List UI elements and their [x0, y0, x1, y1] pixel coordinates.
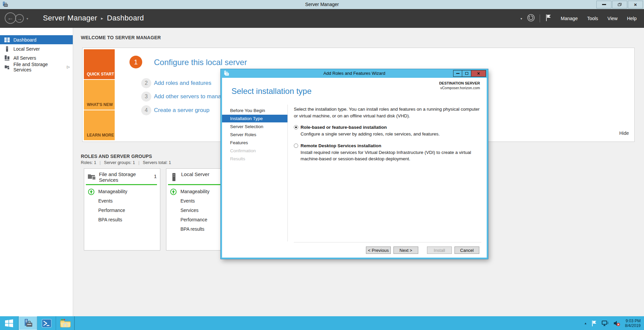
sidebar-item-dashboard[interactable]: Dashboard [0, 35, 73, 44]
next-button[interactable]: Next > [393, 246, 418, 254]
step-1-badge: 1 [129, 56, 142, 68]
hide-welcome-button[interactable]: Hide [619, 130, 629, 136]
roles-section-heading: ROLES AND SERVER GROUPS [81, 154, 152, 159]
wizard-step-server-selection[interactable]: Server Selection [222, 123, 287, 130]
radio-button-icon[interactable] [294, 144, 298, 148]
tile-item-bpa-results[interactable]: BPA results [84, 215, 160, 224]
wizard-step-label: Installation Type [230, 116, 263, 121]
option-label[interactable]: Role-based or feature-based installation [301, 125, 387, 130]
minimize-button[interactable] [596, 1, 611, 8]
wizard-step-before-you-begin[interactable]: Before You Begin [222, 107, 287, 114]
previous-button[interactable]: < Previous [366, 246, 391, 254]
tile-header: File and Storage Services 1 [88, 171, 157, 183]
window-controls: × [596, 1, 643, 8]
close-button[interactable]: × [628, 1, 643, 8]
tile-title-link[interactable]: Local Server [181, 171, 225, 183]
refresh-button[interactable] [527, 14, 535, 23]
wizard-buttons: < Previous Next > Install Cancel [363, 246, 479, 254]
link-configure-local-server[interactable]: Configure this local server [154, 58, 247, 67]
sidebar-item-label: Dashboard [13, 37, 37, 43]
system-tray: ▲ 9:03 PM 8/4/2019 [580, 316, 641, 330]
network-icon [601, 320, 609, 326]
menu-manage[interactable]: Manage [561, 16, 578, 21]
tab-learn-more[interactable]: LEARN MORE [84, 110, 115, 140]
wizard-maximize-button[interactable] [462, 70, 471, 77]
navbar-divider [540, 14, 540, 22]
link-add-roles-features[interactable]: Add roles and features [154, 80, 211, 87]
spacer [170, 217, 177, 223]
link-add-other-servers[interactable]: Add other servers to manage [154, 93, 227, 100]
wizard-intro-text: Select the installation type. You can in… [294, 106, 480, 119]
tile-title-link[interactable]: File and Storage Services [99, 171, 143, 183]
link-create-server-group[interactable]: Create a server group [154, 107, 209, 114]
destination-server-name: vComposer.horizon.com [439, 86, 480, 90]
radio-role-based[interactable]: Role-based or feature-based installation [294, 125, 480, 130]
option-description: Configure a single server by adding role… [301, 131, 480, 138]
tray-flag-button[interactable] [591, 320, 597, 327]
tile-item-performance[interactable]: Performance [84, 206, 160, 215]
taskbar-file-explorer-button[interactable] [56, 316, 75, 330]
tile-item-events[interactable]: Events [84, 196, 160, 206]
tray-volume-muted-button[interactable] [613, 320, 620, 326]
sidebar-item-file-storage-services[interactable]: File and Storage Services ▷ [0, 62, 73, 71]
history-dropdown[interactable]: ▾ [26, 17, 28, 20]
tile-item-manageability[interactable]: Manageability [84, 187, 160, 196]
wizard-step-label: Results [230, 156, 245, 161]
option-label[interactable]: Remote Desktop Services installation [301, 143, 381, 148]
tray-network-button[interactable] [601, 320, 609, 326]
step-number: 3 [145, 94, 148, 100]
close-icon: × [634, 2, 637, 7]
taskbar-server-manager-button[interactable] [19, 316, 37, 330]
step-number: 1 [134, 58, 138, 66]
spacer [170, 226, 177, 232]
menu-tools[interactable]: Tools [587, 16, 598, 21]
menu-help[interactable]: Help [627, 16, 637, 21]
radio-remote-desktop[interactable]: Remote Desktop Services installation [294, 143, 480, 148]
forward-button[interactable]: → [15, 14, 24, 23]
tile-item-label: Events [98, 198, 113, 204]
wizard-close-button[interactable]: × [471, 70, 486, 77]
tile-item-label: Performance [98, 208, 125, 213]
flag-notifications-button[interactable] [545, 14, 551, 23]
wizard-minimize-button[interactable] [453, 70, 462, 77]
destination-server-label: DESTINATION SERVER [439, 81, 480, 85]
breadcrumb-root[interactable]: Server Manager [43, 14, 97, 22]
notifications-dropdown[interactable]: ▾ [521, 17, 522, 20]
clock-time: 9:03 PM [625, 319, 641, 323]
tab-whats-new[interactable]: WHAT'S NEW [84, 80, 115, 110]
spacer [88, 217, 95, 223]
tray-expand-button[interactable]: ▲ [584, 322, 587, 325]
stat-servers-total: Servers total: 1 [143, 160, 171, 165]
sidebar-item-label: Local Server [13, 46, 40, 52]
navigation-bar: ← → ▾ Server Manager▸Dashboard ▾ Manage … [0, 9, 644, 28]
wizard-step-results: Results [222, 155, 287, 163]
wizard-step-server-roles[interactable]: Server Roles [222, 131, 287, 139]
welcome-section-heading: WELCOME TO SERVER MANAGER [81, 35, 161, 40]
back-button[interactable]: ← [5, 12, 16, 24]
tile-count: 1 [154, 171, 157, 183]
wizard-titlebar[interactable]: Add Roles and Features Wizard × [221, 69, 488, 78]
breadcrumb-page[interactable]: Dashboard [107, 14, 144, 22]
sidebar-item-local-server[interactable]: Local Server [0, 44, 73, 53]
stat-server-groups: Server groups: 1 [104, 160, 135, 165]
taskbar-clock[interactable]: 9:03 PM 8/4/2019 [625, 319, 641, 328]
cancel-button[interactable]: Cancel [454, 246, 479, 254]
tile-file-storage-services: File and Storage Services 1 Manageabilit… [84, 168, 160, 251]
tile-item-label: Events [180, 198, 195, 204]
start-button[interactable] [0, 316, 18, 330]
tab-quick-start[interactable]: QUICK START [84, 49, 115, 79]
os-titlebar: Server Manager × [0, 0, 644, 9]
taskbar-powershell-button[interactable] [38, 316, 56, 330]
menu-view[interactable]: View [607, 16, 618, 21]
tab-label: WHAT'S NEW [87, 102, 113, 107]
radio-button-icon[interactable] [294, 125, 298, 129]
wizard-step-features[interactable]: Features [222, 139, 287, 147]
sidebar-item-all-servers[interactable]: All Servers [0, 53, 73, 62]
restore-button[interactable] [612, 1, 627, 8]
maximize-icon [465, 72, 468, 75]
wizard-step-label: Confirmation [230, 148, 256, 153]
breadcrumb-separator-icon: ▸ [101, 16, 103, 21]
tab-label: LEARN MORE [87, 133, 114, 138]
close-icon: × [477, 71, 480, 76]
wizard-step-installation-type[interactable]: Installation Type [222, 115, 287, 122]
